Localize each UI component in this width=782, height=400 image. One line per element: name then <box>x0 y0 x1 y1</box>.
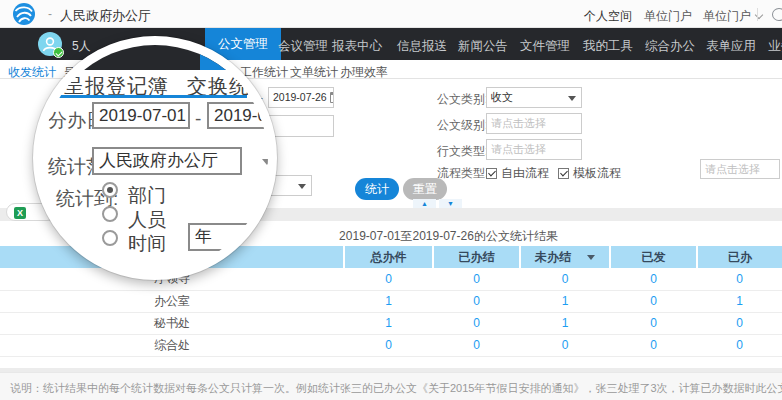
org-title: 人民政府办公厅 <box>60 7 151 25</box>
checkbox-checked-icon <box>558 168 569 179</box>
magnified-date-sep: - <box>195 108 201 130</box>
checkbox-template-flow[interactable]: 模板流程 <box>558 165 621 182</box>
stat-link[interactable]: 0 <box>562 272 569 286</box>
chevron-down-icon <box>262 159 268 165</box>
checkbox-free-flow[interactable]: 自由流程 <box>486 165 549 182</box>
doc-level-label: 公文级别: <box>437 117 488 134</box>
magnified-radio-person: 人员 <box>128 207 166 233</box>
online-check-badge <box>53 47 64 58</box>
magnified-radio-icon <box>102 230 118 246</box>
calendar-icon <box>330 92 334 103</box>
titlebar-divider <box>757 8 758 21</box>
stat-submit-button[interactable]: 统计 <box>355 178 399 200</box>
stat-link[interactable]: 0 <box>650 338 657 352</box>
stat-link[interactable]: 0 <box>473 272 480 286</box>
panel-collapse-controls: ▲ ▼ <box>413 199 462 208</box>
chevron-down-icon <box>298 184 306 189</box>
table-row: 办公室 1 0 1 0 1 <box>0 290 782 312</box>
doc-type-select[interactable]: 收文 <box>486 87 582 108</box>
stat-link[interactable]: 0 <box>385 272 392 286</box>
magnified-scope-value: 人民政府办公厅 <box>92 147 242 175</box>
portal-link-unit-1[interactable]: 单位门户 <box>644 8 692 25</box>
stat-link[interactable]: 1 <box>385 316 392 330</box>
table-row: 综合处 0 0 0 0 0 <box>0 334 782 356</box>
nav-item-forms[interactable]: 表单应用 <box>706 38 756 55</box>
magnified-radio-time: 时间 <box>128 231 166 257</box>
magnified-tab-underline <box>42 95 247 98</box>
magnifier-content: 呈报登记簿交换统计工作统计 分办日期: 2019-07-01 - 2019-07… <box>42 45 268 271</box>
stat-link[interactable]: 0 <box>650 272 657 286</box>
title-bar: - 人民政府办公厅 个人空间 单位门户 单位门户 <box>0 0 782 28</box>
nav-item-meetings[interactable]: 会议管理 <box>278 38 328 55</box>
routing-type-input[interactable]: 请点击选择 <box>486 139 582 160</box>
stat-link[interactable]: 1 <box>562 316 569 330</box>
chevron-down-icon <box>568 96 576 101</box>
nav-item-info-submit[interactable]: 信息报送 <box>397 38 447 55</box>
flow-type-label: 流程类型: <box>437 165 488 182</box>
col-sent: 已发 <box>610 246 697 268</box>
checkbox-checked-icon <box>486 168 497 179</box>
collapse-up-icon[interactable]: ▲ <box>413 199 436 208</box>
stat-link[interactable]: 0 <box>385 338 392 352</box>
flow-select-input[interactable]: 请点击选择 <box>700 159 780 179</box>
stat-link[interactable]: 0 <box>473 338 480 352</box>
dept-name: 综合处 <box>0 334 344 356</box>
date-to-input[interactable]: 2019-07-26 <box>268 87 334 108</box>
sort-caret-icon[interactable] <box>587 255 595 260</box>
app-logo-icon <box>12 2 36 26</box>
stat-link[interactable]: 0 <box>650 294 657 308</box>
nav-item-reports[interactable]: 报表中心 <box>332 38 382 55</box>
magnified-radio-selected-icon <box>102 182 118 198</box>
excel-icon: X <box>14 207 26 219</box>
collapse-down-icon[interactable]: ▼ <box>439 199 462 208</box>
stat-link[interactable]: 1 <box>562 294 569 308</box>
nav-item-office[interactable]: 综合办公 <box>645 38 695 55</box>
dept-name: 办公室 <box>0 290 344 312</box>
magnified-date-to: 2019-07-26 <box>207 102 268 129</box>
portal-link-personal[interactable]: 个人空间 <box>584 8 632 25</box>
search-icon[interactable] <box>772 8 782 21</box>
magnified-radio-icon <box>102 206 118 222</box>
doc-type-label: 公文类别: <box>437 91 488 108</box>
doc-level-input[interactable]: 请点击选择 <box>486 113 582 134</box>
nav-item-news[interactable]: 新闻公告 <box>458 38 508 55</box>
stat-link[interactable]: 0 <box>736 272 743 286</box>
stat-link[interactable]: 0 <box>650 316 657 330</box>
nav-item-tools[interactable]: 我的工具 <box>583 38 633 55</box>
title-separator: - <box>48 7 52 21</box>
stat-link[interactable]: 1 <box>736 294 743 308</box>
avatar[interactable] <box>38 32 62 56</box>
col-total: 总办件 <box>344 246 433 268</box>
magnified-radio-dept: 部门 <box>128 183 166 209</box>
reset-button[interactable]: 重置 <box>403 178 447 200</box>
dept-name: 秘书处 <box>0 312 344 334</box>
col-open: 未办结 <box>520 246 610 268</box>
footnote: 说明：统计结果中的每个统计数据对每条公文只计算一次。例如统计张三的已办公文《关于… <box>0 372 782 400</box>
col-done: 已办 <box>697 246 782 268</box>
magnified-date-from: 2019-07-01 <box>92 102 190 129</box>
magnifier-lens: 呈报登记簿交换统计工作统计 分办日期: 2019-07-01 - 2019-07… <box>33 36 277 280</box>
portal-link-unit-2[interactable]: 单位门户 <box>703 8 762 25</box>
user-count: 5人 <box>72 38 91 55</box>
routing-type-label: 行文类型: <box>437 143 488 160</box>
stat-link[interactable]: 0 <box>473 294 480 308</box>
table-row: 秘书处 1 0 1 0 0 <box>0 312 782 334</box>
nav-item-files[interactable]: 文件管理 <box>520 38 570 55</box>
stat-link[interactable]: 1 <box>385 294 392 308</box>
col-closed: 已办结 <box>433 246 520 268</box>
stat-link[interactable]: 0 <box>473 316 480 330</box>
stat-link[interactable]: 0 <box>736 316 743 330</box>
stat-link[interactable]: 0 <box>562 338 569 352</box>
stat-link[interactable]: 0 <box>736 338 743 352</box>
nav-item-business[interactable]: 业务系统 <box>768 38 782 55</box>
